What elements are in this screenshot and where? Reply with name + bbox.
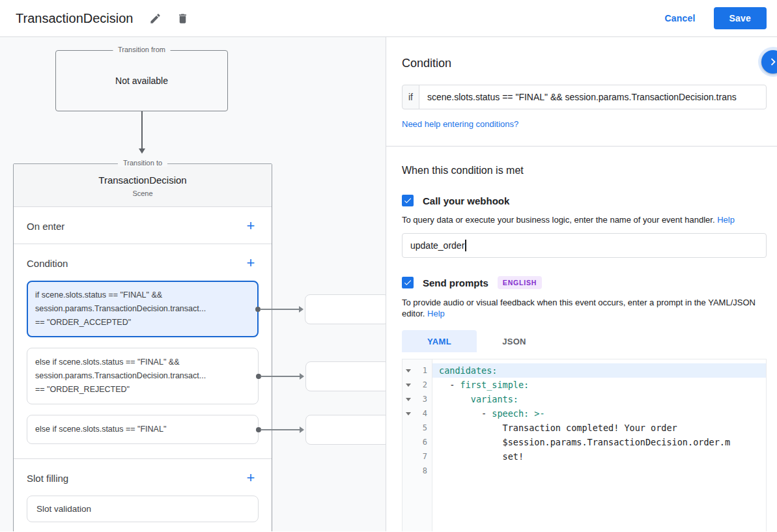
- on-enter-label: On enter: [27, 221, 64, 232]
- when-condition-met-title: When this condition is met: [402, 165, 767, 176]
- scene-name: TransactionDecision: [21, 175, 264, 186]
- code-line: set!: [432, 449, 766, 464]
- prompts-description: To provide audio or visual feedback when…: [402, 297, 767, 319]
- divider: [386, 146, 777, 147]
- condition-item-text: session.params.TransactionDecision.trans…: [35, 302, 250, 316]
- arrow-right-icon: [300, 427, 304, 433]
- top-bar: TransactionDecision Cancel Save: [0, 0, 777, 37]
- scene-type-label: Scene: [21, 189, 264, 197]
- transition-target-node[interactable]: [305, 415, 386, 445]
- transition-from-box: Transition from Not available: [55, 50, 228, 111]
- call-webhook-checkbox[interactable]: [402, 195, 414, 206]
- section-slot-filling: Slot filling + Slot validation: [14, 459, 272, 522]
- arrow-down-icon: [139, 148, 145, 154]
- section-condition: Condition + if scene.slots.status == "FI…: [14, 244, 272, 459]
- scene-card-header[interactable]: TransactionDecision Scene: [14, 164, 272, 207]
- code-line: - first_simple:: [432, 378, 766, 392]
- condition-item[interactable]: if scene.slots.status == "FINAL" &&sessi…: [27, 281, 259, 337]
- editor-tabs: YAML JSON: [402, 330, 767, 352]
- line-number: 8: [414, 466, 430, 475]
- line-number: 7: [414, 452, 430, 461]
- conditions-help-link[interactable]: Need help entering conditions?: [402, 119, 518, 129]
- transition-from-value: Not available: [115, 76, 168, 86]
- transition-target-node[interactable]: [305, 361, 386, 391]
- line-number: 1: [414, 366, 430, 375]
- webhook-help-link[interactable]: Help: [717, 215, 735, 225]
- checkmark-icon: [403, 196, 412, 205]
- code-line: $session.params.TransactionDecision.orde…: [432, 435, 766, 449]
- if-label: if: [402, 85, 419, 109]
- section-on-enter: On enter +: [14, 207, 272, 244]
- prompts-help-link[interactable]: Help: [427, 309, 445, 318]
- transition-to-label: Transition to: [118, 159, 167, 167]
- checkmark-icon: [403, 278, 412, 287]
- editor-gutter: 12345678: [403, 359, 432, 531]
- send-prompts-checkbox[interactable]: [402, 277, 414, 288]
- text-caret: [465, 240, 466, 251]
- transition-arrow: [55, 111, 228, 154]
- line-number: 6: [414, 438, 430, 447]
- condition-item-text: == "ORDER_REJECTED": [35, 383, 250, 397]
- line-number: 2: [414, 380, 430, 389]
- delete-scene-button[interactable]: [171, 7, 194, 30]
- connector-line: [260, 309, 300, 310]
- add-condition-button[interactable]: +: [243, 255, 259, 271]
- scene-canvas: Transition from Not available Transition…: [0, 37, 386, 531]
- transition-target-node[interactable]: [305, 294, 386, 324]
- condition-item-text: session.params.TransactionDecision.trans…: [35, 369, 250, 383]
- condition-expression-row: if scene.slots.status == "FINAL" && sess…: [402, 85, 767, 109]
- fold-arrow-icon[interactable]: [403, 384, 414, 387]
- slot-filling-label: Slot filling: [27, 473, 68, 484]
- language-badge: ENGLISH: [498, 276, 542, 289]
- webhook-checkbox-row: Call your webhook: [402, 195, 767, 206]
- send-prompts-label[interactable]: Send prompts: [423, 277, 488, 288]
- condition-item-text: == "ORDER_ACCEPTED": [35, 316, 250, 329]
- panel-title: Condition: [402, 57, 767, 70]
- arrow-right-icon: [299, 306, 304, 313]
- trash-icon: [177, 12, 189, 25]
- line-number: 3: [414, 395, 430, 404]
- add-on-enter-button[interactable]: +: [243, 218, 259, 234]
- code-line: - speech: >-: [432, 406, 766, 421]
- fold-arrow-icon[interactable]: [403, 398, 414, 401]
- condition-item-text: else if scene.slots.status == "FINAL" &&: [35, 356, 250, 369]
- pencil-icon: [149, 12, 162, 25]
- tab-json[interactable]: JSON: [477, 330, 552, 352]
- save-button[interactable]: Save: [714, 7, 767, 29]
- code-line: candidates:: [432, 363, 766, 378]
- tab-yaml[interactable]: YAML: [402, 330, 477, 352]
- prompts-checkbox-row: Send prompts ENGLISH: [402, 276, 767, 289]
- condition-item-text: else if scene.slots.status == "FINAL": [35, 423, 250, 436]
- slot-validation-item[interactable]: Slot validation: [27, 496, 259, 522]
- fold-arrow-icon[interactable]: [403, 412, 414, 415]
- condition-section-label: Condition: [27, 258, 68, 269]
- scene-card: Transition to TransactionDecision Scene …: [13, 163, 272, 531]
- code-line: variants:: [432, 392, 766, 406]
- webhook-handler-input[interactable]: update_order: [402, 233, 767, 258]
- condition-item-text: if scene.slots.status == "FINAL" &&: [35, 288, 250, 302]
- webhook-handler-value: update_order: [410, 240, 464, 251]
- add-slot-button[interactable]: +: [243, 470, 259, 486]
- webhook-description: To query data or execute your business l…: [402, 214, 767, 225]
- fold-arrow-icon[interactable]: [403, 369, 414, 372]
- chevron-right-icon: [766, 55, 777, 69]
- arrow-right-icon: [300, 373, 304, 380]
- page-title: TransactionDecision: [16, 11, 133, 26]
- condition-item[interactable]: else if scene.slots.status == "FINAL": [27, 415, 259, 444]
- line-number: 5: [414, 423, 430, 432]
- condition-expression-input[interactable]: scene.slots.status == "FINAL" && session…: [419, 85, 767, 109]
- prompt-code-editor[interactable]: 12345678 candidates: - first_simple: var…: [402, 359, 767, 531]
- code-line: Transaction completed! Your order: [432, 421, 766, 435]
- cancel-button[interactable]: Cancel: [664, 13, 695, 23]
- condition-items: if scene.slots.status == "FINAL" &&sessi…: [14, 281, 272, 458]
- condition-expression-value: scene.slots.status == "FINAL" && session…: [427, 92, 737, 102]
- code-line: [432, 464, 766, 478]
- editor-code: candidates: - first_simple: variants: - …: [432, 359, 766, 531]
- line-number: 4: [414, 409, 430, 418]
- transition-from-label: Transition from: [113, 46, 171, 53]
- condition-item[interactable]: else if scene.slots.status == "FINAL" &&…: [27, 348, 259, 404]
- edit-title-button[interactable]: [143, 7, 167, 30]
- call-webhook-label[interactable]: Call your webhook: [423, 195, 509, 206]
- properties-panel: Condition if scene.slots.status == "FINA…: [386, 37, 777, 531]
- connector-line: [261, 429, 301, 430]
